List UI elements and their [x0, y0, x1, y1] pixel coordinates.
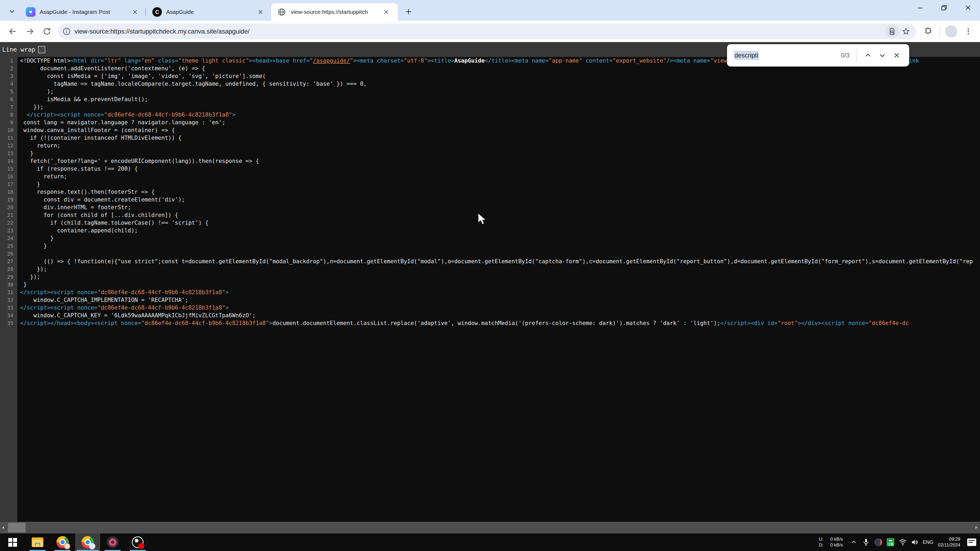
tab-close-button[interactable] — [255, 7, 266, 17]
wifi-tray-icon[interactable] — [897, 535, 909, 550]
hidden-icons-button[interactable] — [848, 535, 860, 550]
line-number: 15 — [0, 165, 18, 173]
line-wrap-label: Line wrap — [2, 46, 35, 53]
code-line: 29 }); — [0, 273, 980, 281]
tab-search-button[interactable] — [5, 6, 19, 16]
microphone-tray-icon[interactable] — [860, 535, 872, 550]
close-icon — [893, 52, 900, 59]
folder-icon — [32, 537, 43, 547]
taskbar-recorder-app[interactable] — [100, 534, 125, 551]
scroll-right-arrow[interactable] — [973, 522, 980, 534]
find-input[interactable]: descripti — [734, 51, 759, 60]
minimize-button[interactable] — [908, 0, 932, 16]
code-line: 25 } — [0, 242, 980, 250]
code-line: 14 fetch('_footer?lang=' + encodeURIComp… — [0, 157, 980, 165]
download-value: 0 kB/s — [830, 542, 843, 548]
dark-circle-icon — [874, 538, 882, 546]
tab-title: AsapGuide - Instagram Post — [40, 9, 127, 15]
language-indicator[interactable]: ENG — [923, 540, 933, 545]
tab-close-button[interactable] — [381, 7, 391, 17]
network-speed-widget: U:0 kB/s D:0 kB/s — [819, 536, 843, 548]
line-number: 4 — [0, 80, 18, 88]
close-icon — [258, 9, 263, 15]
running-indicator — [105, 550, 121, 551]
code-line: 19 const div = document.createElement('d… — [0, 196, 980, 204]
scroll-left-arrow[interactable] — [0, 522, 6, 534]
green-app-tray-icon[interactable] — [885, 535, 897, 550]
line-wrap-checkbox[interactable] — [38, 46, 45, 53]
minimize-icon — [916, 4, 924, 11]
line-number: 28 — [0, 265, 18, 273]
restore-button[interactable] — [932, 0, 956, 16]
code-line: 33</script><script nonce="dc86ef4e-dc68-… — [0, 304, 980, 312]
line-number: 35 — [0, 319, 18, 327]
code-line: 22 if (child.tagName.toLowerCase() !== '… — [0, 219, 980, 227]
microphone-icon — [862, 538, 870, 546]
find-next-button[interactable] — [875, 48, 889, 62]
back-button[interactable] — [4, 23, 21, 40]
chevron-down-icon — [8, 8, 16, 14]
canva-heart-favicon: ♥ — [26, 7, 35, 17]
tab-instagram-post[interactable]: ♥ AsapGuide - Instagram Post — [20, 3, 145, 21]
line-number: 9 — [0, 119, 18, 126]
download-label: D: — [819, 542, 823, 548]
action-center-button[interactable] — [967, 538, 976, 546]
line-number: 30 — [0, 281, 18, 289]
recording-dot — [138, 543, 144, 549]
search-in-page-button[interactable] — [885, 24, 899, 38]
source-link[interactable]: /asapguide/ — [313, 57, 350, 64]
app-tray-icon[interactable] — [872, 535, 885, 550]
code-line: 4 tagName => tagName.localeCompare(e.tar… — [0, 80, 980, 88]
line-number: 19 — [0, 196, 18, 204]
line-number: 24 — [0, 235, 18, 242]
start-button[interactable] — [0, 534, 25, 551]
running-indicator — [130, 550, 146, 551]
taskbar-file-explorer[interactable] — [25, 534, 50, 551]
taskbar-clock[interactable]: 09:29 02/11/2024 — [938, 536, 960, 548]
taskbar-chrome-1[interactable] — [50, 534, 75, 551]
taskbar-chrome-2[interactable] — [75, 534, 100, 551]
line-number: 26 — [0, 250, 18, 258]
line-number: 10 — [0, 126, 18, 134]
line-number: 5 — [0, 88, 18, 95]
chevron-up-icon — [851, 539, 857, 545]
close-icon — [964, 4, 972, 11]
triangle-right-icon — [974, 526, 978, 530]
code-line: 16 return; — [0, 173, 980, 181]
tab-view-source[interactable]: view-source:https://startuppitch — [271, 3, 398, 21]
page-info-icon[interactable] — [62, 27, 71, 36]
code-line: 21 for (const child of [...div.children]… — [0, 211, 980, 219]
code-line: 13 } — [0, 149, 980, 157]
back-icon — [8, 27, 18, 36]
taskbar-obs[interactable] — [125, 534, 150, 551]
line-number: 31 — [0, 289, 18, 296]
browser-toolbar: view-source:https://startuppitchdeck.my.… — [0, 21, 980, 42]
code-line: 35</script></head><body><script nonce="d… — [0, 319, 980, 327]
line-number: 16 — [0, 173, 18, 181]
forward-button[interactable] — [21, 23, 38, 40]
restore-icon — [940, 4, 948, 11]
scrollbar-thumb[interactable] — [8, 523, 25, 532]
volume-tray-icon[interactable] — [909, 535, 921, 550]
line-number: 7 — [0, 103, 18, 111]
address-bar[interactable]: view-source:https://startuppitchdeck.my.… — [58, 24, 916, 39]
bookmark-button[interactable] — [899, 24, 913, 38]
tab-title: AsapGuide — [166, 9, 253, 15]
url-text[interactable]: view-source:https://startuppitchdeck.my.… — [75, 28, 885, 35]
horizontal-scrollbar[interactable] — [0, 522, 980, 534]
tab-close-button[interactable] — [130, 7, 140, 17]
new-tab-button[interactable] — [402, 6, 414, 17]
profile-button[interactable] — [943, 23, 960, 40]
wifi-icon — [899, 539, 907, 546]
find-match-count: 0/3 — [841, 52, 850, 59]
three-dot-menu-icon — [964, 27, 972, 35]
close-window-button[interactable] — [956, 0, 980, 16]
tab-asapguide[interactable]: C AsapGuide — [146, 3, 270, 21]
line-number: 32 — [0, 296, 18, 304]
find-previous-button[interactable] — [861, 48, 875, 62]
find-close-button[interactable] — [889, 48, 904, 62]
reload-button[interactable] — [38, 23, 56, 40]
chrome-icon — [56, 536, 69, 548]
extensions-button[interactable] — [920, 23, 937, 40]
menu-button[interactable] — [960, 23, 977, 40]
